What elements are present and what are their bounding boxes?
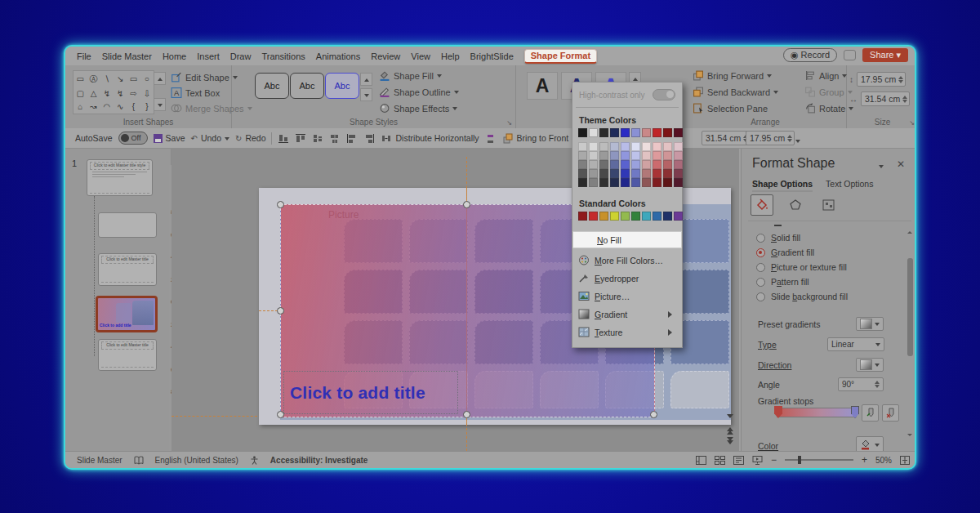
theme-color-swatch[interactable] xyxy=(589,128,598,137)
theme-variant-swatch[interactable] xyxy=(631,160,640,169)
fill-and-line-tab[interactable] xyxy=(751,194,773,216)
align-objects-bottom-icon[interactable] xyxy=(278,133,289,144)
language-indicator[interactable]: English (United States) xyxy=(155,456,238,465)
theme-color-swatch[interactable] xyxy=(631,128,640,137)
tab-slide-master[interactable]: Slide Master xyxy=(102,51,152,61)
tab-text-options[interactable]: Text Options xyxy=(826,179,873,192)
tab-file[interactable]: File xyxy=(77,51,91,61)
group-button[interactable]: Group xyxy=(804,87,853,97)
bring-to-front-button[interactable]: Bring to Front xyxy=(502,133,569,144)
gradient-stops-slider[interactable] xyxy=(777,408,857,417)
gallery-more-button[interactable] xyxy=(154,98,166,111)
theme-color-swatch[interactable] xyxy=(642,128,651,137)
theme-variant-swatch[interactable] xyxy=(663,178,672,187)
theme-variant-swatch[interactable] xyxy=(599,169,608,178)
shape-gallery-item[interactable]: Ⓐ xyxy=(89,74,97,85)
stop-color-dropdown[interactable] xyxy=(856,436,884,453)
zoom-out-button[interactable]: − xyxy=(771,454,777,466)
theme-variant-swatch[interactable] xyxy=(631,151,640,160)
theme-variant-swatch[interactable] xyxy=(653,160,662,169)
theme-variant-swatch[interactable] xyxy=(599,142,608,151)
theme-variant-swatch[interactable] xyxy=(663,160,672,169)
shape-styles-more-button[interactable] xyxy=(360,88,372,101)
layout-thumbnail-title-2[interactable]: Click to edit Master title style xyxy=(98,339,157,371)
standard-color-swatch[interactable] xyxy=(663,212,672,221)
no-fill-option[interactable]: No Fill xyxy=(572,231,682,248)
theme-variant-swatch[interactable] xyxy=(589,151,598,160)
shape-gallery-item[interactable]: ∖ xyxy=(105,74,109,83)
distribute-vertically-icon[interactable] xyxy=(485,133,497,144)
standard-color-swatch[interactable] xyxy=(610,212,619,221)
theme-variant-swatch[interactable] xyxy=(621,169,630,178)
theme-variant-swatch[interactable] xyxy=(578,160,587,169)
selection-handle-bottom-mid[interactable] xyxy=(463,411,470,418)
theme-variant-swatch[interactable] xyxy=(653,151,662,160)
theme-variant-swatch[interactable] xyxy=(674,178,683,187)
theme-variant-swatch[interactable] xyxy=(631,142,640,151)
accessibility-status[interactable]: Accessibility: Investigate xyxy=(270,456,368,465)
gradient-option[interactable]: Gradient xyxy=(572,306,682,323)
remove-gradient-stop-button[interactable] xyxy=(882,404,899,422)
preset-gradients-dropdown[interactable] xyxy=(856,317,884,331)
tab-review[interactable]: Review xyxy=(371,51,400,61)
selection-handle-mid-left[interactable] xyxy=(277,307,284,314)
selection-handle-bottom-right[interactable] xyxy=(650,411,657,418)
tab-animations[interactable]: Animations xyxy=(316,51,360,61)
theme-variant-swatch[interactable] xyxy=(653,142,662,151)
send-backward-button[interactable]: Send Backward xyxy=(693,87,778,97)
tab-draw[interactable]: Draw xyxy=(230,51,252,61)
panel-collapse-chevron[interactable] xyxy=(879,165,884,171)
horizontal-guide-left[interactable] xyxy=(172,416,261,417)
shape-gallery-item[interactable]: ▭ xyxy=(76,74,83,83)
panel-scrollbar[interactable] xyxy=(907,229,913,445)
shape-gallery-item[interactable]: ⌂ xyxy=(78,102,82,111)
selection-handle-top-mid[interactable] xyxy=(463,201,470,208)
theme-variant-swatch[interactable] xyxy=(599,151,608,160)
shape-gallery-item[interactable]: ↝ xyxy=(90,102,96,111)
texture-option[interactable]: Texture xyxy=(572,323,682,341)
qat-height-field[interactable]: 17.95 cm xyxy=(746,131,795,145)
theme-variant-swatch[interactable] xyxy=(642,142,651,151)
shape-style-1[interactable]: Abc xyxy=(255,73,289,99)
normal-view-icon[interactable] xyxy=(696,456,706,465)
tab-home[interactable]: Home xyxy=(163,51,186,61)
theme-variant-swatch[interactable] xyxy=(631,178,640,187)
standard-color-swatch[interactable] xyxy=(674,212,683,221)
theme-variant-swatch[interactable] xyxy=(589,178,598,187)
theme-variant-swatch[interactable] xyxy=(578,142,587,151)
shape-gallery-item[interactable]: ↯ xyxy=(104,89,110,98)
picture-option[interactable]: Picture… xyxy=(572,288,682,305)
tab-insert[interactable]: Insert xyxy=(197,51,220,61)
slide-sorter-icon[interactable] xyxy=(715,456,725,465)
slide-background-fill-option[interactable]: Slide background fill xyxy=(756,292,848,301)
shape-gallery-item[interactable]: ▢ xyxy=(76,89,83,98)
save-button[interactable]: Save xyxy=(154,133,185,143)
theme-variant-swatch[interactable] xyxy=(642,160,651,169)
theme-variant-swatch[interactable] xyxy=(599,160,608,169)
shape-gallery-item[interactable]: ○ xyxy=(145,74,149,83)
zoom-in-button[interactable]: + xyxy=(862,454,867,466)
theme-color-swatch[interactable] xyxy=(674,128,683,137)
shape-fill-button[interactable]: Shape Fill xyxy=(379,70,442,81)
theme-variant-swatch[interactable] xyxy=(631,169,640,178)
theme-color-swatch[interactable] xyxy=(663,128,672,137)
theme-variant-swatch[interactable] xyxy=(610,142,619,151)
text-box-button[interactable]: A Text Box xyxy=(171,87,220,98)
shape-outline-button[interactable]: Shape Outline xyxy=(379,87,459,97)
theme-variant-swatch[interactable] xyxy=(653,169,662,178)
master-slide-thumbnail[interactable]: Click to edit Master title style xyxy=(87,159,153,196)
theme-variant-swatch[interactable] xyxy=(589,169,598,178)
collapse-ribbon-chevron[interactable] xyxy=(915,118,916,123)
theme-variant-swatch[interactable] xyxy=(599,178,608,187)
zoom-slider-thumb[interactable] xyxy=(798,456,801,464)
angle-spinner[interactable]: 90° xyxy=(838,377,884,391)
align-objects-right-icon[interactable] xyxy=(363,133,375,144)
align-objects-left-icon[interactable] xyxy=(346,133,358,144)
tab-shape-options[interactable]: Shape Options xyxy=(752,179,813,192)
theme-variant-swatch[interactable] xyxy=(674,142,683,151)
shape-gallery-item[interactable]: { xyxy=(132,102,135,111)
layout-thumbnail-title[interactable]: Click to edit Master title style xyxy=(98,253,157,286)
title-placeholder[interactable]: Click to add title xyxy=(283,371,458,414)
slideshow-icon[interactable] xyxy=(752,456,763,465)
add-gradient-stop-button[interactable] xyxy=(862,404,879,422)
